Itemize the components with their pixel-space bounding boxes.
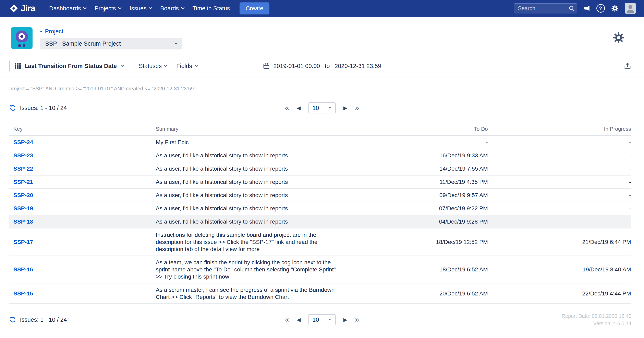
project-header: Project SSP - Sample Scrum Project	[0, 17, 644, 50]
create-button[interactable]: Create	[240, 3, 270, 15]
report-type-label: Last Transition From Status Date	[24, 63, 117, 69]
help-icon[interactable]: ?	[596, 4, 605, 13]
statuses-label: Statuses	[139, 63, 162, 69]
nav-time-in-status-label: Time in Status	[192, 5, 230, 12]
todo-value: 18/Dec/19 6:52 AM	[356, 256, 488, 283]
column-header-key[interactable]: Key	[9, 123, 152, 136]
report-settings-gear-icon[interactable]	[612, 31, 625, 45]
next-page-button[interactable]: ▶	[344, 105, 347, 111]
project-select[interactable]: SSP - Sample Scrum Project	[40, 38, 182, 50]
admin-gear-icon[interactable]	[611, 5, 619, 12]
column-header-inprogress[interactable]: In Progress	[488, 123, 632, 136]
issue-summary: As a user, I'd like a historical story t…	[152, 162, 356, 175]
nav-projects-label: Projects	[94, 5, 116, 12]
page-size-select[interactable]: 10 ▼	[308, 314, 336, 325]
date-from-value: 2019-01-01 00:00	[273, 63, 320, 69]
issue-key-link[interactable]: SSP-19	[14, 205, 33, 212]
todo-value: 09/Dec/19 9:57 AM	[356, 189, 488, 202]
issue-summary: My First Epic	[152, 136, 356, 149]
column-header-todo[interactable]: To Do	[356, 123, 488, 136]
project-label-toggle[interactable]: Project	[40, 28, 182, 35]
table-row: SSP-21 As a user, I'd like a historical …	[9, 175, 632, 189]
refresh-icon[interactable]	[9, 104, 16, 111]
refresh-icon[interactable]	[9, 316, 16, 323]
project-label: Project	[45, 28, 63, 35]
inprogress-value: 19/Dec/19 8:40 AM	[488, 256, 632, 283]
column-header-summary[interactable]: Summary	[152, 123, 356, 136]
table-header-row: Key Summary To Do In Progress	[9, 123, 632, 136]
nav-issues[interactable]: Issues	[125, 0, 156, 17]
issues-table: Key Summary To Do In Progress SSP-24 My …	[9, 123, 632, 304]
user-avatar[interactable]	[625, 3, 636, 14]
avatar-monster-foot	[18, 44, 21, 47]
caret-down-icon: ▼	[328, 106, 332, 110]
issue-key-link[interactable]: SSP-20	[14, 192, 33, 198]
nav-dashboards[interactable]: Dashboards	[45, 0, 90, 17]
issue-key-link[interactable]: SSP-15	[14, 290, 33, 297]
table-row: SSP-22 As a user, I'd like a historical …	[9, 162, 632, 175]
inprogress-value: 22/Dec/19 4:44 PM	[488, 283, 632, 304]
todo-value: 07/Dec/19 9:22 PM	[356, 202, 488, 215]
prev-page-button[interactable]: ◀	[297, 105, 300, 111]
todo-value: -	[356, 136, 488, 149]
issue-key-link[interactable]: SSP-17	[14, 239, 33, 245]
todo-value: 18/Dec/19 12:52 PM	[356, 228, 488, 256]
chevron-down-icon	[149, 6, 152, 9]
chevron-down-icon	[83, 6, 87, 9]
todo-value: 04/Dec/19 9:28 PM	[356, 215, 488, 228]
issue-key-link[interactable]: SSP-21	[14, 179, 33, 185]
issue-key-link[interactable]: SSP-16	[14, 266, 33, 273]
issues-bar-bottom: Issues: 1 - 10 / 24 « ◀ 10 ▼ ▶ » Report …	[0, 313, 644, 326]
feedback-megaphone-icon[interactable]	[584, 5, 590, 12]
next-page-button[interactable]: ▶	[344, 317, 347, 322]
jira-logo[interactable]: Jira	[10, 4, 35, 13]
statuses-dropdown[interactable]: Statuses	[139, 63, 167, 69]
date-range-picker[interactable]: 2019-01-01 00:00 to 2020-12-31 23:59	[263, 60, 381, 72]
last-page-button[interactable]: »	[355, 316, 359, 323]
table-row: SSP-16 As a team, we can finish the spri…	[9, 256, 632, 283]
chevron-down-icon	[121, 64, 125, 67]
report-type-button[interactable]: Last Transition From Status Date	[9, 60, 129, 72]
table-row-highlighted: SSP-18 As a user, I'd like a historical …	[9, 215, 632, 228]
nav-projects[interactable]: Projects	[90, 0, 125, 17]
pagination-top: « ◀ 10 ▼ ▶ »	[285, 101, 359, 114]
nav-time-in-status[interactable]: Time in Status	[188, 0, 234, 17]
navbar-right: ?	[514, 3, 636, 14]
pagination-bottom: « ◀ 10 ▼ ▶ »	[285, 313, 359, 326]
table-row: SSP-20 As a user, I'd like a historical …	[9, 189, 632, 202]
last-page-button[interactable]: »	[355, 104, 359, 112]
issues-count-label: Issues: 1 - 10 / 24	[20, 316, 67, 323]
fields-dropdown[interactable]: Fields	[176, 63, 197, 69]
chevron-down-icon	[174, 42, 177, 44]
issue-key-link[interactable]: SSP-24	[14, 139, 33, 145]
project-avatar	[11, 27, 32, 49]
nav-boards-label: Boards	[160, 5, 179, 12]
todo-value: 16/Dec/19 9:33 AM	[356, 149, 488, 162]
export-icon[interactable]	[624, 62, 632, 70]
todo-value: 20/Dec/19 6:52 AM	[356, 283, 488, 304]
person-icon	[625, 3, 636, 14]
jira-logo-icon	[10, 4, 18, 13]
issue-summary: As a scrum master, I can see the progres…	[152, 283, 356, 304]
nav-boards[interactable]: Boards	[156, 0, 188, 17]
search-input[interactable]	[514, 3, 577, 14]
avatar-monster-eye	[18, 33, 25, 40]
prev-page-button[interactable]: ◀	[297, 317, 300, 322]
date-to-value: 2020-12-31 23:59	[335, 63, 381, 69]
page-size-value: 10	[312, 316, 319, 323]
first-page-button[interactable]: «	[285, 316, 289, 323]
issue-summary: As a user, I'd like a historical story t…	[152, 215, 356, 228]
todo-value: 11/Dec/19 4:35 PM	[356, 175, 488, 189]
issue-key-link[interactable]: SSP-22	[14, 165, 33, 172]
brand-text: Jira	[21, 4, 35, 13]
avatar-monster-foot	[23, 44, 25, 47]
page-size-select[interactable]: 10 ▼	[308, 102, 336, 113]
issue-key-link[interactable]: SSP-18	[14, 219, 33, 225]
issue-key-link[interactable]: SSP-23	[14, 152, 33, 159]
table-row: SSP-24 My First Epic - -	[9, 136, 632, 149]
first-page-button[interactable]: «	[285, 104, 289, 112]
search-icon[interactable]	[568, 5, 575, 13]
report-version: Version: 4.6.0.14	[562, 320, 632, 327]
table-row: SSP-17 Instructions for deleting this sa…	[9, 228, 632, 256]
todo-value: 14/Dec/19 7:55 AM	[356, 162, 488, 175]
